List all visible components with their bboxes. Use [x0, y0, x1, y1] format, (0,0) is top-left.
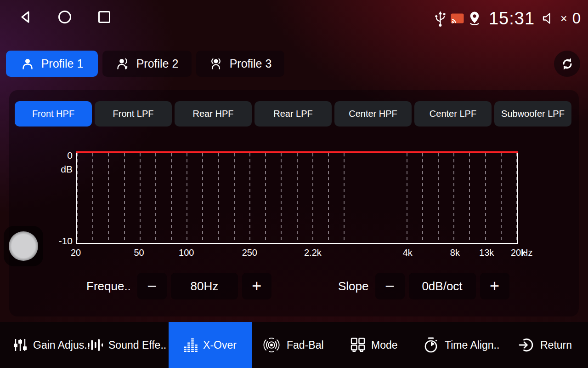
chart-gridline: [234, 153, 235, 243]
gain-adjust-icon: [13, 338, 28, 352]
volume-muted-icon: [542, 12, 555, 25]
nav-label: X-Over: [203, 339, 237, 351]
tab-profile-1[interactable]: Profile 1: [6, 51, 98, 77]
x-tick-label: 4k: [403, 247, 413, 258]
sound-effect-icon: [87, 338, 103, 352]
plus-icon: +: [490, 276, 499, 296]
chart-gridline: [328, 153, 329, 243]
chart-gridline: [124, 153, 125, 243]
status-bar-right: 15:31 × 0: [434, 6, 581, 30]
android-nav-buttons: [17, 9, 112, 25]
x-tick-label: 100: [179, 247, 194, 258]
back-icon: [17, 9, 33, 25]
user-wave-icon: [116, 57, 130, 71]
chart-gridline: [77, 153, 78, 243]
nav-return[interactable]: Return: [518, 322, 572, 368]
tab-label: Subwoofer LPF: [501, 109, 565, 119]
frequency-value: 80Hz: [171, 273, 238, 299]
nav-label: Gain Adjus..: [33, 339, 90, 351]
y-axis-unit: dB: [50, 164, 73, 175]
back-button[interactable]: [17, 9, 33, 25]
chart-gridline: [469, 153, 470, 243]
return-icon: [518, 337, 535, 353]
nav-label: Sound Effe..: [108, 339, 166, 351]
chart-gridlines: [77, 152, 517, 243]
chart-gridline: [485, 153, 486, 243]
x-tick-label: 20: [71, 247, 81, 258]
nav-xover[interactable]: X-Over: [169, 322, 252, 368]
chart-gridline: [281, 153, 282, 243]
fad-bal-icon: [262, 336, 281, 354]
floating-assist-button[interactable]: [4, 226, 43, 266]
xover-icon: [184, 338, 198, 352]
chart-gridline: [516, 153, 517, 243]
profile-label: Profile 3: [230, 57, 272, 70]
chart-gridline: [108, 153, 109, 243]
profile-label: Profile 1: [41, 57, 84, 70]
slope-label: Slope: [338, 279, 369, 293]
tab-label: Center LPF: [430, 109, 476, 119]
tab-center-hpf[interactable]: Center HPF: [334, 101, 412, 126]
cast-icon: [451, 13, 464, 24]
tab-center-lpf[interactable]: Center LPF: [414, 101, 492, 126]
knob-icon: [9, 231, 38, 261]
slope-minus-button[interactable]: −: [375, 273, 405, 299]
usb-icon: [434, 10, 447, 27]
tab-label: Rear LPF: [273, 109, 313, 119]
frequency-response-chart: [76, 152, 518, 244]
bottom-nav-bar: Gain Adjus.. Sound Effe..: [0, 322, 588, 368]
tab-subwoofer-lpf[interactable]: Subwoofer LPF: [494, 101, 571, 126]
slope-control: Slope − 0dB/oct +: [338, 273, 509, 299]
chart-response-line: [76, 151, 518, 153]
tab-rear-lpf[interactable]: Rear LPF: [254, 101, 332, 126]
reset-sync-button[interactable]: [554, 51, 580, 77]
location-icon: [468, 11, 481, 26]
chart-gridline: [501, 153, 502, 243]
frequency-control: Freque.. − 80Hz +: [86, 273, 271, 299]
x-tick-label: 50: [134, 247, 144, 258]
frequency-plus-button[interactable]: +: [242, 273, 271, 299]
chart-gridline: [140, 153, 141, 243]
tab-profile-3[interactable]: Profile 3: [196, 51, 284, 77]
chart-gridline: [453, 153, 454, 243]
x-tick-label: 250: [242, 247, 257, 258]
slope-plus-button[interactable]: +: [480, 273, 509, 299]
tab-label: Center HPF: [349, 109, 397, 119]
user-icon: [21, 57, 34, 71]
x-tick-label: 2.2k: [304, 247, 322, 258]
slope-value: 0dB/oct: [409, 273, 476, 299]
tab-label: Rear HPF: [193, 109, 234, 119]
plus-icon: +: [252, 276, 261, 296]
nav-fad-bal[interactable]: Fad-Bal: [262, 322, 324, 368]
tab-front-lpf[interactable]: Front LPF: [95, 101, 172, 126]
nav-label: Time Align..: [445, 339, 499, 351]
nav-mode[interactable]: Mode: [350, 322, 398, 368]
nav-sound-effect[interactable]: Sound Effe..: [87, 322, 166, 368]
x-tick-label: 8k: [450, 247, 460, 258]
tab-profile-2[interactable]: Profile 2: [102, 51, 192, 77]
chart-gridline: [92, 153, 93, 243]
chart-gridline: [187, 153, 187, 243]
home-button[interactable]: [57, 9, 73, 25]
user-waves-icon: [209, 57, 223, 71]
mode-icon: [350, 337, 366, 353]
filter-channel-tabs: Front HPF Front LPF Rear HPF Rear LPF Ce…: [15, 101, 571, 126]
x-axis-unit: Hz: [521, 247, 532, 258]
nav-label: Mode: [371, 339, 398, 351]
minus-icon: −: [385, 276, 395, 296]
refresh-icon: [560, 56, 575, 72]
tab-front-hpf[interactable]: Front HPF: [15, 101, 92, 126]
recents-button[interactable]: [96, 9, 112, 25]
profile-tabs: Profile 1 Profile 2 Profile 3: [6, 51, 284, 77]
tab-rear-hpf[interactable]: Rear HPF: [175, 101, 252, 126]
chart-gridline: [344, 153, 345, 243]
chart-gridline: [297, 153, 298, 243]
nav-gain-adjust[interactable]: Gain Adjus..: [13, 322, 90, 368]
chart-gridline: [202, 153, 203, 243]
chart-gridline: [312, 153, 313, 243]
recents-icon: [96, 9, 112, 25]
nav-time-align[interactable]: Time Align..: [423, 322, 499, 368]
volume-level: 0: [572, 10, 581, 27]
chart-gridline: [171, 153, 172, 243]
frequency-minus-button[interactable]: −: [137, 273, 167, 299]
